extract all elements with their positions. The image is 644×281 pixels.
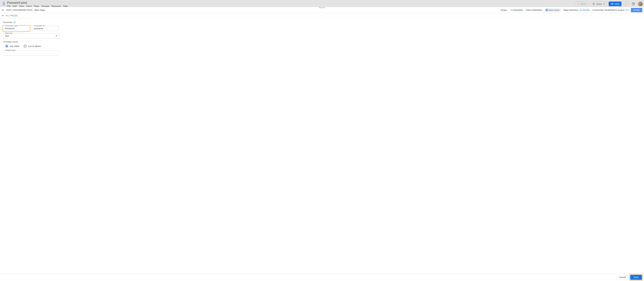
share-icon bbox=[592, 3, 595, 5]
parameter-section-title: Parameter bbox=[3, 21, 12, 23]
help-icon bbox=[632, 2, 635, 5]
parameter-name-label: Parameter name bbox=[4, 25, 19, 27]
radio-list-of-values[interactable]: List of values bbox=[24, 45, 41, 47]
svg-point-6 bbox=[633, 4, 634, 5]
radio-any-label: Any value bbox=[10, 45, 19, 47]
save-button[interactable]: Save bbox=[630, 275, 642, 280]
freshness-value[interactable]: 15 minutes bbox=[579, 9, 590, 11]
breadcrumb: TEST | PASSWORD POST - Main Page bbox=[6, 9, 45, 11]
svg-point-4 bbox=[626, 4, 626, 5]
community-viz-label: Community visualizations access: bbox=[592, 9, 625, 11]
view-button[interactable]: View bbox=[609, 1, 622, 6]
svg-point-0 bbox=[3, 3, 4, 5]
drag-handle-icon[interactable] bbox=[319, 7, 325, 8]
all-fields-label: ALL FIELDS bbox=[6, 14, 18, 17]
help-tooltip-icon[interactable]: ? bbox=[14, 21, 16, 23]
chevron-down-icon bbox=[604, 3, 605, 4]
data-source-toolbar: TEST | PASSWORD POST - Main Page Scope: … bbox=[0, 7, 644, 13]
credentials-chip[interactable]: Isaac Correa bbox=[545, 8, 561, 12]
parameter-id-label: Parameter ID * bbox=[33, 25, 46, 27]
account-avatar[interactable] bbox=[638, 1, 643, 6]
svg-point-3 bbox=[626, 4, 626, 4]
parameter-id-field: Parameter ID * bbox=[32, 26, 58, 31]
data-type-field: Data type Text bbox=[3, 33, 59, 38]
reset-label: Reset bbox=[580, 3, 586, 5]
view-label: View bbox=[614, 3, 619, 5]
editor-footer: Cancel Save bbox=[0, 273, 644, 281]
credentials-user: Isaac Correa bbox=[549, 9, 560, 11]
back-arrow-button[interactable] bbox=[1, 8, 4, 11]
app-header: Password post File Edit View Insert Page… bbox=[0, 0, 644, 7]
parameter-name-field: Parameter name bbox=[3, 26, 30, 31]
share-label: Share bbox=[596, 3, 602, 5]
chevron-down-icon bbox=[56, 35, 57, 36]
default-value-label: Default Value bbox=[4, 49, 16, 51]
scope-label: Scope: bbox=[500, 9, 507, 11]
default-value-field: Default Value bbox=[3, 50, 59, 55]
undo-icon bbox=[577, 3, 580, 5]
eye-icon bbox=[611, 2, 614, 5]
credentials-label: Data credentials: bbox=[526, 9, 542, 11]
permitted-values-radiogroup: Any value List of values bbox=[3, 45, 644, 47]
more-vert-icon bbox=[625, 2, 627, 5]
permitted-values-label: Permitted values bbox=[3, 41, 644, 43]
parameter-editor: Parameter ? Parameter name Parameter ID … bbox=[0, 18, 644, 55]
back-arrow-icon bbox=[1, 14, 4, 17]
radio-icon bbox=[24, 45, 26, 47]
user-avatar-icon bbox=[546, 9, 548, 11]
radio-icon bbox=[6, 45, 8, 47]
cancel-button[interactable]: Cancel bbox=[616, 275, 628, 280]
link-icon bbox=[511, 9, 513, 11]
data-type-label: Data type bbox=[4, 32, 13, 34]
reset-button[interactable]: Reset bbox=[575, 1, 588, 6]
more-options-button[interactable] bbox=[623, 1, 629, 7]
done-button[interactable]: DONE bbox=[631, 8, 642, 12]
document-title[interactable]: Password post bbox=[7, 1, 68, 4]
scope-chip[interactable]: Embedded bbox=[510, 9, 524, 11]
all-fields-nav[interactable]: ALL FIELDS bbox=[0, 13, 644, 18]
radio-list-label: List of values bbox=[28, 45, 41, 47]
share-button[interactable]: Share bbox=[590, 1, 607, 6]
help-button[interactable] bbox=[630, 1, 636, 7]
community-viz-value[interactable]: On bbox=[626, 9, 628, 11]
data-type-value: Text bbox=[5, 35, 9, 37]
radio-any-value[interactable]: Any value bbox=[6, 45, 19, 47]
app-logo-icon bbox=[2, 2, 6, 5]
scope-value: Embedded bbox=[514, 9, 522, 11]
svg-point-2 bbox=[626, 3, 626, 3]
freshness-label: Data freshness: bbox=[564, 9, 579, 11]
svg-point-1 bbox=[612, 3, 612, 4]
